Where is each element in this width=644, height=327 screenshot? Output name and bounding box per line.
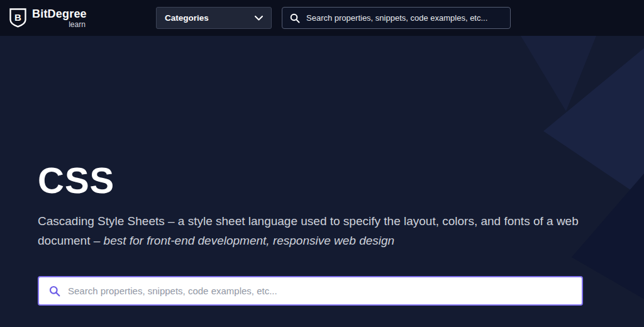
logo-text: BitDegree learn bbox=[32, 8, 87, 28]
logo-brand: BitDegree bbox=[32, 8, 87, 19]
chevron-down-icon bbox=[255, 16, 263, 21]
search-icon bbox=[290, 13, 300, 23]
bitdegree-logo[interactable]: B BitDegree learn bbox=[9, 8, 87, 28]
top-navbar: B BitDegree learn Categories bbox=[0, 0, 644, 36]
hero-search-input[interactable] bbox=[68, 285, 572, 296]
categories-dropdown[interactable]: Categories bbox=[156, 7, 272, 29]
categories-label: Categories bbox=[165, 13, 209, 23]
decorative-polygon bbox=[543, 36, 644, 224]
navbar-search bbox=[282, 7, 511, 29]
description-italic: – best for front-end development, respon… bbox=[94, 234, 394, 247]
decorative-polygon bbox=[506, 36, 606, 111]
page-description: Cascading Style Sheets – a style sheet l… bbox=[38, 211, 591, 250]
navbar-search-input[interactable] bbox=[306, 13, 502, 23]
hero-search bbox=[38, 276, 583, 306]
logo-sub: learn bbox=[69, 21, 86, 28]
svg-text:B: B bbox=[14, 12, 21, 23]
search-icon bbox=[49, 285, 60, 297]
bitdegree-shield-icon: B bbox=[9, 8, 26, 28]
hero-section: CSS Cascading Style Sheets – a style she… bbox=[0, 36, 644, 327]
page-title: CSS bbox=[38, 159, 114, 201]
